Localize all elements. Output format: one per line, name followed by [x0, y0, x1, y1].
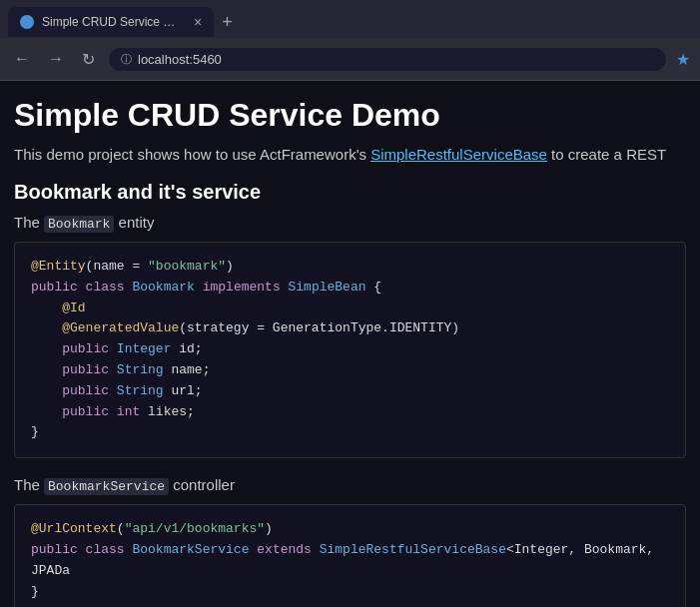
intro-link[interactable]: SimpleRestfulServiceBase [370, 146, 547, 163]
code-line: @Entity(name = "bookmark") [31, 257, 669, 278]
code-line: public String name; [31, 360, 669, 381]
section2-desc-suffix: controller [169, 476, 235, 493]
code-line: } [31, 422, 669, 443]
address-bar: ← → ↻ ⓘ localhost:5460 ★ [0, 38, 700, 80]
code-line: public int likes; [31, 402, 669, 423]
url-box[interactable]: ⓘ localhost:5460 [109, 48, 666, 71]
bookmark-icon[interactable]: ★ [676, 50, 690, 69]
back-button[interactable]: ← [10, 48, 34, 70]
code-line: public class BookmarkService extends Sim… [31, 540, 669, 582]
code-line: @UrlContext("api/v1/bookmarks") [31, 519, 669, 540]
tab-close-icon[interactable]: × [194, 14, 202, 30]
security-icon: ⓘ [121, 52, 132, 67]
code-line: public class Bookmark implements SimpleB… [31, 278, 669, 299]
section1-desc-prefix: The [14, 214, 44, 231]
browser-tab[interactable]: Simple CRUD Service Dem × [8, 7, 214, 37]
intro-text: This demo project shows how to use ActFr… [14, 146, 370, 163]
url-text: localhost:5460 [138, 52, 222, 67]
tab-title: Simple CRUD Service Dem [42, 15, 182, 29]
code-block-1: @Entity(name = "bookmark") public class … [14, 242, 686, 458]
tab-bar: Simple CRUD Service Dem × + [0, 0, 700, 38]
reload-button[interactable]: ↻ [78, 48, 99, 71]
code-line: public Integer id; [31, 339, 669, 360]
code-block-2: @UrlContext("api/v1/bookmarks") public c… [14, 504, 686, 607]
section1-desc-suffix: entity [114, 214, 154, 231]
code-line: } [31, 582, 669, 603]
code-line: @GeneratedValue(strategy = GenerationTyp… [31, 318, 669, 339]
browser-chrome: Simple CRUD Service Dem × + ← → ↻ ⓘ loca… [0, 0, 700, 81]
section1-inline-code: Bookmark [44, 216, 114, 233]
section1-desc: The Bookmark entity [14, 214, 686, 232]
tab-favicon-icon [20, 15, 34, 29]
section2-inline-code: BookmarkService [44, 478, 169, 495]
section1-heading: Bookmark and it's service [14, 181, 686, 204]
intro-paragraph: This demo project shows how to use ActFr… [14, 146, 686, 163]
intro-suffix: to create a REST [547, 146, 666, 163]
code-line: public String url; [31, 381, 669, 402]
new-tab-button[interactable]: + [214, 13, 241, 31]
code-line: @Id [31, 299, 669, 319]
page-content: Simple CRUD Service Demo This demo proje… [0, 81, 700, 607]
page-title: Simple CRUD Service Demo [14, 97, 686, 134]
section2-desc: The BookmarkService controller [14, 476, 686, 494]
section2-desc-prefix: The [14, 476, 44, 493]
forward-button[interactable]: → [44, 48, 68, 70]
